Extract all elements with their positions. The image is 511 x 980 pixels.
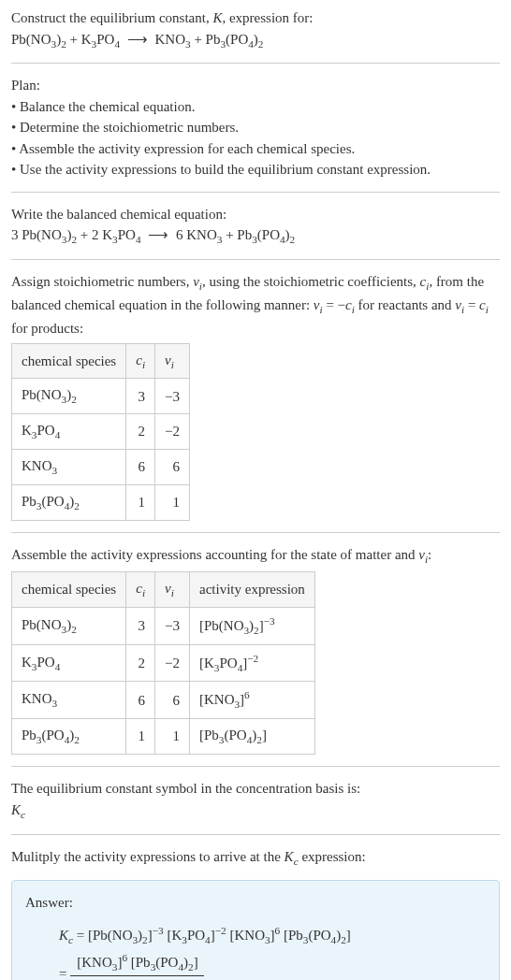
table-row: K3PO4 2 −2 [K3PO4]−2 bbox=[12, 644, 315, 682]
answer-eq-line2: = [KNO3]6 [Pb3(PO4)2] [Pb(NO3)2]3 [K3PO4… bbox=[59, 950, 486, 980]
assemble-section: Assemble the activity expressions accoun… bbox=[11, 544, 500, 755]
col-species: chemical species bbox=[12, 571, 126, 607]
col-vi: νi bbox=[155, 571, 190, 607]
col-vi: νi bbox=[155, 343, 190, 379]
table-row: Pb3(PO4)2 1 1 bbox=[12, 485, 190, 521]
plan-heading: Plan: bbox=[11, 75, 500, 96]
intro-section: Construct the equilibrium constant, K, e… bbox=[11, 7, 500, 51]
plan-section: Plan: Balance the chemical equation. Det… bbox=[11, 75, 500, 180]
list-item: Assemble the activity expression for eac… bbox=[11, 138, 500, 160]
table-header-row: chemical species ci νi activity expressi… bbox=[12, 571, 315, 607]
list-item: Determine the stoichiometric numbers. bbox=[11, 117, 500, 138]
intro-text: Construct the equilibrium constant, K, e… bbox=[11, 7, 500, 29]
balanced-equation: 3 Pb(NO3)2 + 2 K3PO4 ⟶ 6 KNO3 + Pb3(PO4)… bbox=[11, 224, 500, 248]
col-activity: activity expression bbox=[189, 571, 314, 607]
unbalanced-equation: Pb(NO3)2 + K3PO4 ⟶ KNO3 + Pb3(PO4)2 bbox=[11, 29, 500, 52]
divider bbox=[11, 259, 500, 260]
assemble-text: Assemble the activity expressions accoun… bbox=[11, 544, 500, 568]
stoich-table: chemical species ci νi Pb(NO3)2 3 −3 K3P… bbox=[11, 343, 190, 521]
table-row: Pb(NO3)2 3 −3 bbox=[12, 379, 190, 414]
table-row: KNO3 6 6 bbox=[12, 450, 190, 485]
arrow-icon: ⟶ bbox=[145, 227, 173, 242]
activity-table: chemical species ci νi activity expressi… bbox=[11, 571, 315, 755]
answer-eq-line1: Kc = [Pb(NO3)2]−3 [K3PO4]−2 [KNO3]6 [Pb3… bbox=[59, 923, 486, 948]
intro-line1b: , expression for: bbox=[222, 10, 313, 25]
list-item: Use the activity expressions to build th… bbox=[11, 159, 500, 180]
multiply-section: Mulitply the activity expressions to arr… bbox=[11, 846, 500, 870]
kc-section: The equilibrium constant symbol in the c… bbox=[11, 778, 500, 822]
divider bbox=[11, 192, 500, 193]
col-ci: ci bbox=[126, 343, 155, 379]
col-species: chemical species bbox=[12, 343, 126, 379]
arrow-icon: ⟶ bbox=[124, 32, 152, 47]
answer-box: Answer: Kc = [Pb(NO3)2]−3 [K3PO4]−2 [KNO… bbox=[11, 880, 500, 980]
col-ci: ci bbox=[126, 571, 155, 607]
assign-section: Assign stoichiometric numbers, νi, using… bbox=[11, 271, 500, 521]
intro-k: K bbox=[212, 10, 222, 25]
balanced-section: Write the balanced chemical equation: 3 … bbox=[11, 204, 500, 248]
table-row: Pb3(PO4)2 1 1 [Pb3(PO4)2] bbox=[12, 719, 315, 755]
divider bbox=[11, 766, 500, 767]
table-row: KNO3 6 6 [KNO3]6 bbox=[12, 682, 315, 719]
fraction: [KNO3]6 [Pb3(PO4)2] [Pb(NO3)2]3 [K3PO4]2 bbox=[70, 950, 204, 980]
table-row: Pb(NO3)2 3 −3 [Pb(NO3)2]−3 bbox=[12, 607, 315, 644]
divider bbox=[11, 532, 500, 533]
multiply-text: Mulitply the activity expressions to arr… bbox=[11, 846, 500, 870]
plan-list: Balance the chemical equation. Determine… bbox=[11, 96, 500, 180]
assign-text: Assign stoichiometric numbers, νi, using… bbox=[11, 271, 500, 339]
divider bbox=[11, 63, 500, 64]
kc-text: The equilibrium constant symbol in the c… bbox=[11, 778, 500, 800]
intro-line1: Construct the equilibrium constant, bbox=[11, 10, 212, 25]
kc-symbol: Kc bbox=[11, 800, 500, 823]
table-row: K3PO4 2 −2 bbox=[12, 414, 190, 450]
fraction-numerator: [KNO3]6 [Pb3(PO4)2] bbox=[70, 950, 204, 976]
list-item: Balance the chemical equation. bbox=[11, 96, 500, 118]
table-header-row: chemical species ci νi bbox=[12, 343, 190, 379]
fraction-denominator: [Pb(NO3)2]3 [K3PO4]2 bbox=[70, 976, 204, 980]
balanced-heading: Write the balanced chemical equation: bbox=[11, 204, 500, 225]
answer-label: Answer: bbox=[25, 892, 486, 914]
divider bbox=[11, 834, 500, 835]
